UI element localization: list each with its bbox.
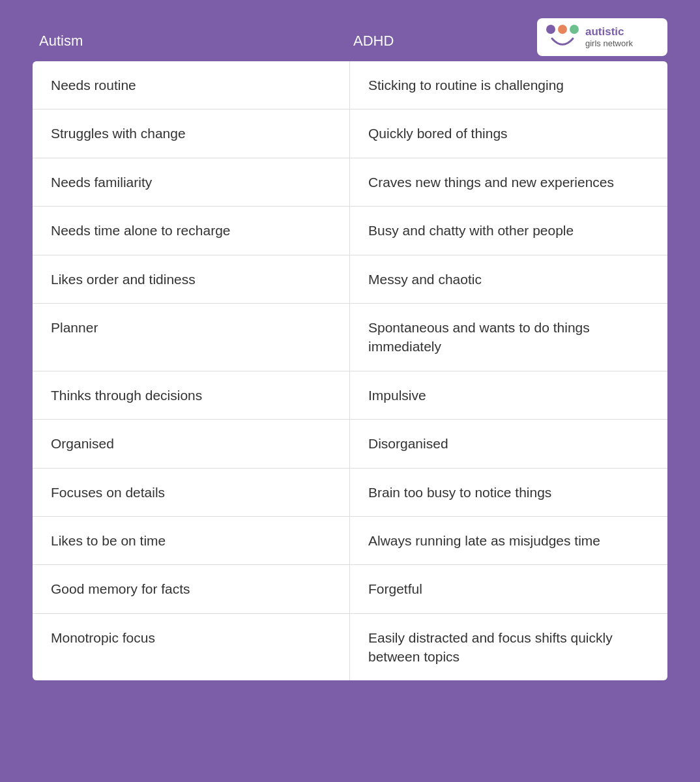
page-wrapper: autistic girls network Autism ADHD Needs… (0, 0, 700, 782)
table-row: Good memory for factsForgetful (33, 565, 667, 613)
table-row: Monotropic focusEasily distracted and fo… (33, 614, 667, 681)
table-row: Thinks through decisionsImpulsive (33, 371, 667, 420)
logo-dots (546, 25, 579, 34)
cell-adhd-9: Always running late as misjudges time (350, 517, 667, 564)
cell-autism-1: Struggles with change (33, 109, 350, 157)
cell-autism-9: Likes to be on time (33, 517, 350, 564)
cell-autism-3: Needs time alone to recharge (33, 207, 350, 254)
cell-autism-11: Monotropic focus (33, 614, 350, 681)
cell-adhd-4: Messy and chaotic (350, 255, 667, 303)
cell-autism-7: Organised (33, 420, 350, 467)
cell-adhd-5: Spontaneous and wants to do things immed… (350, 304, 667, 371)
logo-name-autistic: autistic (585, 25, 633, 38)
table-row: PlannerSpontaneous and wants to do thing… (33, 304, 667, 371)
table-row: Needs routineSticking to routine is chal… (33, 61, 667, 109)
logo-smile-icon (550, 36, 575, 50)
table-row: Struggles with changeQuickly bored of th… (33, 109, 667, 158)
cell-autism-8: Focuses on details (33, 469, 350, 516)
table-row: Likes order and tidinessMessy and chaoti… (33, 255, 667, 304)
cell-adhd-10: Forgetful (350, 565, 667, 613)
cell-adhd-6: Impulsive (350, 371, 667, 419)
comparison-table: Needs routineSticking to routine is chal… (33, 61, 667, 680)
cell-adhd-0: Sticking to routine is challenging (350, 61, 667, 109)
table-row: Needs familiarityCraves new things and n… (33, 158, 667, 207)
logo-name-girls: girls network (585, 38, 633, 49)
cell-autism-4: Likes order and tidiness (33, 255, 350, 303)
cell-autism-2: Needs familiarity (33, 158, 350, 206)
table-row: Focuses on detailsBrain too busy to noti… (33, 469, 667, 517)
cell-autism-0: Needs routine (33, 61, 350, 109)
cell-adhd-2: Craves new things and new experiences (350, 158, 667, 206)
cell-autism-5: Planner (33, 304, 350, 371)
cell-adhd-3: Busy and chatty with other people (350, 207, 667, 254)
dot-orange (558, 25, 567, 34)
cell-autism-6: Thinks through decisions (33, 371, 350, 419)
logo-text: autistic girls network (585, 25, 633, 49)
cell-adhd-8: Brain too busy to notice things (350, 469, 667, 516)
header-autism: Autism (39, 33, 353, 50)
cell-autism-10: Good memory for facts (33, 565, 350, 613)
dot-purple (546, 25, 555, 34)
table-row: OrganisedDisorganised (33, 420, 667, 468)
logo-box: autistic girls network (537, 18, 667, 56)
logo-graphic (546, 25, 579, 50)
dot-green (570, 25, 579, 34)
table-row: Likes to be on timeAlways running late a… (33, 517, 667, 565)
cell-adhd-11: Easily distracted and focus shifts quick… (350, 614, 667, 681)
table-row: Needs time alone to rechargeBusy and cha… (33, 207, 667, 255)
cell-adhd-1: Quickly bored of things (350, 109, 667, 157)
cell-adhd-7: Disorganised (350, 420, 667, 467)
